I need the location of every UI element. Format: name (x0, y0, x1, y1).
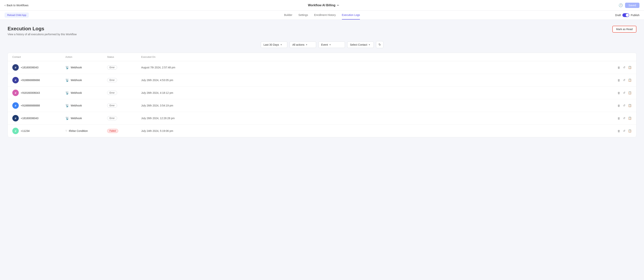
table-header: Contact Action Status Executed On (8, 53, 636, 61)
workflow-title: Workflow AI Billing (308, 4, 336, 7)
action-cell: 📡 Webhook (66, 116, 107, 120)
event-filter[interactable]: Event ▼ (318, 42, 345, 48)
status-badge: Error (107, 104, 117, 108)
date-range-filter[interactable]: Last 30 Days ▼ (261, 42, 287, 48)
action-icon: ⑂ (66, 129, 67, 132)
page-title: Execution Logs (8, 26, 76, 32)
contact-cell: # +918888888888 (12, 102, 66, 109)
top-right-actions: 🕐 Saved (618, 3, 640, 8)
row-actions: 🗑 ↺ 📋 (609, 66, 632, 69)
contact-number: +918888888888 (21, 104, 40, 107)
action-cell: ⑂ If/else Condition (66, 129, 107, 132)
retry-button[interactable]: ↺ (623, 78, 626, 82)
delete-button[interactable]: 🗑 (618, 78, 620, 82)
table-row: # +18160006043 📡 Webhook Error July 26th… (8, 112, 636, 125)
retry-button[interactable]: ↺ (623, 129, 626, 132)
workflow-title-area: Workflow AI Billing ✏ (308, 4, 339, 7)
contact-cell: # +918866886666 (12, 77, 66, 83)
avatar: # (12, 90, 19, 96)
action-icon: 📡 (66, 116, 69, 120)
retry-button[interactable]: ↺ (623, 104, 626, 107)
retry-button[interactable]: ↺ (623, 91, 626, 94)
refresh-button[interactable]: ↻ (376, 41, 384, 48)
history-icon[interactable]: 🕐 (618, 3, 623, 8)
view-log-button[interactable]: 📋 (628, 129, 632, 132)
header-executed-on: Executed On (141, 56, 609, 58)
draft-label: Draft (615, 14, 621, 17)
retry-button[interactable]: ↺ (623, 66, 626, 69)
action-icon: 📡 (66, 104, 69, 108)
reload-child-app-button[interactable]: Reload Child App (4, 12, 29, 18)
header-actions (609, 56, 632, 58)
executed-on-cell: July 26th 2024, 4:53:05 pm (141, 78, 609, 82)
action-cell: 📡 Webhook (66, 66, 107, 69)
status-cell: Error (107, 104, 141, 108)
action-label: Webhook (71, 104, 82, 107)
select-contact-chevron-icon: ▼ (368, 44, 370, 46)
view-log-button[interactable]: 📋 (628, 66, 632, 69)
delete-button[interactable]: 🗑 (618, 117, 620, 120)
status-badge: Failed (107, 129, 118, 133)
table-row: # +918888888888 📡 Webhook Error July 26t… (8, 99, 636, 112)
delete-button[interactable]: 🗑 (618, 91, 620, 94)
action-cell: 📡 Webhook (66, 91, 107, 95)
action-cell: 📡 Webhook (66, 78, 107, 82)
edit-icon[interactable]: ✏ (337, 4, 339, 7)
status-badge: Error (107, 116, 117, 120)
retry-button[interactable]: ↺ (623, 116, 626, 120)
contact-number: +11234 (21, 130, 30, 132)
status-cell: Failed (107, 129, 141, 133)
action-label: If/else Condition (69, 130, 88, 132)
contact-cell: # +11234 (12, 128, 66, 134)
actions-label: All actions (292, 43, 304, 46)
tab-settings[interactable]: Settings (298, 11, 308, 20)
tab-builder[interactable]: Builder (284, 11, 292, 20)
contact-cell: # +18160006043 (12, 64, 66, 71)
row-actions: 🗑 ↺ 📋 (609, 129, 632, 132)
table-row: # +918160006043 📡 Webhook Error July 26t… (8, 86, 636, 99)
filters-bar: Last 30 Days ▼ All actions ▼ Event ▼ Sel… (8, 41, 636, 48)
executed-on-cell: July 24th 2024, 5:19:06 pm (141, 130, 609, 132)
action-icon: 📡 (66, 78, 69, 82)
tab-execution-logs[interactable]: Execution Logs (342, 11, 360, 20)
draft-publish-toggle: Draft Publish (615, 13, 640, 17)
avatar: # (12, 128, 19, 134)
avatar: # (12, 115, 19, 122)
header-action: Action (66, 56, 107, 58)
header-contact: Contact (12, 56, 66, 58)
action-icon: 📡 (66, 66, 69, 69)
delete-button[interactable]: 🗑 (618, 104, 620, 107)
select-contact-filter[interactable]: Select Contact ▼ (347, 42, 374, 48)
row-actions: 🗑 ↺ 📋 (609, 116, 632, 120)
tab-enrollment-history[interactable]: Enrollment History (314, 11, 336, 20)
main-content: Execution Logs View a history of all exe… (0, 20, 644, 144)
contact-number: +18160006043 (21, 66, 38, 69)
view-log-button[interactable]: 📋 (628, 78, 632, 82)
executed-on-cell: July 26th 2024, 4:18:12 pm (141, 91, 609, 94)
delete-button[interactable]: 🗑 (618, 66, 620, 69)
delete-button[interactable]: 🗑 (618, 130, 620, 132)
view-log-button[interactable]: 📋 (628, 91, 632, 94)
executed-on-cell: July 26th 2024, 12:26:28 pm (141, 117, 609, 120)
actions-filter[interactable]: All actions ▼ (290, 42, 316, 48)
status-cell: Error (107, 78, 141, 82)
back-to-workflows-button[interactable]: ‹ Back to Workflows (4, 4, 28, 7)
avatar: # (12, 64, 19, 71)
status-cell: Error (107, 91, 141, 95)
view-log-button[interactable]: 📋 (628, 104, 632, 107)
view-log-button[interactable]: 📋 (628, 116, 632, 120)
header-status: Status (107, 56, 141, 58)
action-label: Webhook (71, 117, 82, 120)
publish-toggle[interactable] (622, 13, 629, 17)
event-label: Event (321, 43, 328, 46)
row-actions: 🗑 ↺ 📋 (609, 78, 632, 82)
date-range-label: Last 30 Days (264, 43, 279, 46)
action-label: Webhook (71, 66, 82, 69)
mark-as-read-button[interactable]: Mark as Read (612, 26, 636, 32)
execution-logs-table: Contact Action Status Executed On # +181… (8, 53, 636, 137)
saved-button[interactable]: Saved (625, 3, 640, 8)
page-header: Execution Logs View a history of all exe… (8, 26, 636, 36)
action-label: Webhook (71, 91, 82, 94)
action-label: Webhook (71, 78, 82, 82)
top-nav: ‹ Back to Workflows Workflow AI Billing … (0, 0, 644, 10)
